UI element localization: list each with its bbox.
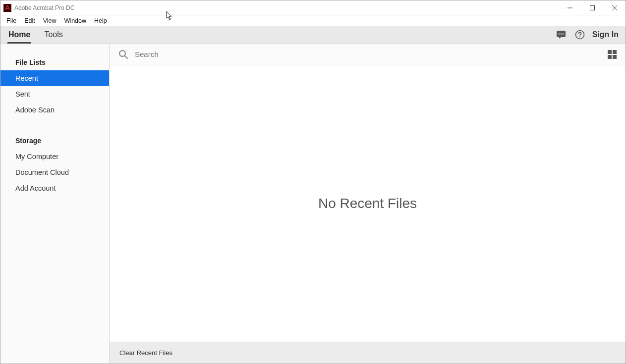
svg-point-6 bbox=[560, 33, 561, 34]
grid-view-icon[interactable] bbox=[608, 50, 617, 59]
maximize-button[interactable] bbox=[581, 0, 603, 15]
svg-rect-13 bbox=[613, 50, 617, 54]
menu-view[interactable]: View bbox=[39, 16, 60, 25]
sidebar-item-my-computer[interactable]: My Computer bbox=[0, 149, 109, 164]
notifications-icon[interactable] bbox=[555, 28, 568, 41]
menu-window[interactable]: Window bbox=[60, 16, 90, 25]
close-button[interactable] bbox=[603, 0, 626, 15]
menu-edit[interactable]: Edit bbox=[20, 16, 39, 25]
sidebar-header-storage: Storage bbox=[0, 132, 109, 149]
menu-help[interactable]: Help bbox=[90, 16, 111, 25]
svg-line-11 bbox=[125, 56, 127, 58]
sidebar-item-add-account[interactable]: Add Account bbox=[0, 180, 109, 196]
menubar: File Edit View Window Help bbox=[0, 15, 626, 26]
window-title: Adobe Acrobat Pro DC bbox=[14, 4, 74, 11]
tab-home[interactable]: Home bbox=[7, 26, 31, 44]
footer-bar: Clear Recent Files bbox=[110, 342, 626, 364]
svg-rect-1 bbox=[590, 5, 594, 10]
tabbar: Home Tools Sign In bbox=[0, 26, 626, 44]
help-icon[interactable] bbox=[573, 28, 586, 41]
tab-tools[interactable]: Tools bbox=[43, 26, 63, 44]
menu-file[interactable]: File bbox=[2, 16, 20, 25]
sidebar-item-adobe-scan[interactable]: Adobe Scan bbox=[0, 102, 109, 118]
svg-point-10 bbox=[119, 51, 125, 56]
sidebar-item-document-cloud[interactable]: Document Cloud bbox=[0, 164, 109, 180]
svg-rect-15 bbox=[613, 55, 617, 59]
svg-point-7 bbox=[562, 33, 563, 34]
minimize-button[interactable] bbox=[559, 0, 581, 15]
empty-state-message: No Recent Files bbox=[318, 196, 417, 211]
file-list-area: No Recent Files bbox=[110, 65, 626, 342]
search-input[interactable] bbox=[135, 50, 608, 58]
svg-rect-12 bbox=[608, 50, 612, 54]
titlebar: Adobe Acrobat Pro DC bbox=[0, 0, 626, 15]
svg-point-9 bbox=[579, 37, 580, 38]
window-controls bbox=[559, 0, 626, 15]
content-area: File Lists Recent Sent Adobe Scan Storag… bbox=[0, 44, 626, 364]
sign-in-link[interactable]: Sign In bbox=[592, 30, 619, 39]
search-icon bbox=[118, 50, 128, 59]
sidebar: File Lists Recent Sent Adobe Scan Storag… bbox=[0, 44, 110, 364]
acrobat-app-icon bbox=[3, 4, 11, 12]
sidebar-header-file-lists: File Lists bbox=[0, 53, 109, 70]
svg-point-5 bbox=[558, 33, 559, 34]
clear-recent-files-link[interactable]: Clear Recent Files bbox=[119, 349, 172, 357]
svg-rect-14 bbox=[608, 55, 612, 59]
sidebar-item-recent[interactable]: Recent bbox=[0, 70, 109, 86]
main-panel: No Recent Files Clear Recent Files bbox=[110, 44, 626, 364]
sidebar-item-sent[interactable]: Sent bbox=[0, 86, 109, 102]
searchbar bbox=[110, 44, 626, 65]
